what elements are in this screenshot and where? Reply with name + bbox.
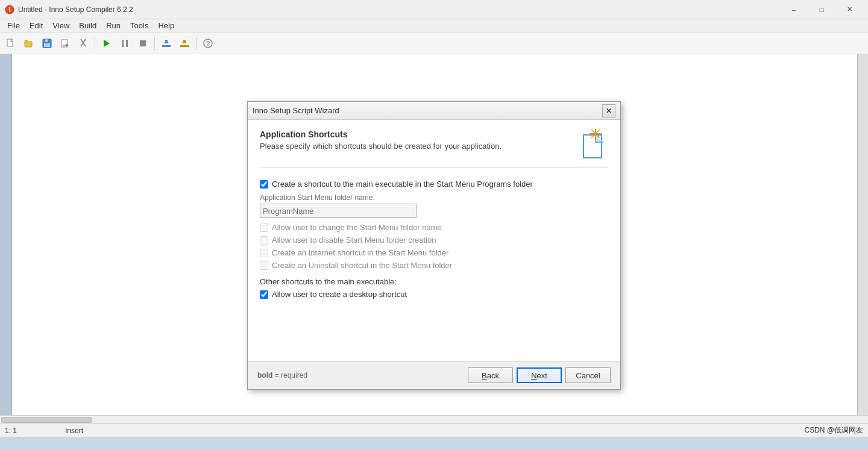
window-title: Untitled - Inno Setup Compiler 6.2.2: [18, 5, 780, 14]
internet-shortcut-row: Create an Internet shortcut in the Start…: [260, 248, 608, 257]
stop-button[interactable]: [134, 35, 151, 52]
dialog-header-icon: [578, 130, 608, 160]
right-sidebar: [857, 54, 868, 437]
menu-help[interactable]: Help: [153, 20, 179, 31]
dialog-header-text: Application Shortcuts Please specify whi…: [260, 130, 578, 151]
toolbar-sep-1: [95, 37, 95, 50]
title-bar: I Untitled - Inno Setup Compiler 6.2.2 –…: [0, 0, 868, 19]
change-name-checkbox[interactable]: [260, 223, 268, 232]
new-button[interactable]: [2, 35, 19, 52]
cancel-button[interactable]: Cancel: [565, 367, 611, 383]
svg-rect-14: [122, 40, 124, 47]
main-area: Inno Setup Script Wizard ✕ Application S…: [0, 54, 868, 437]
app-icon: I: [5, 5, 14, 14]
uninstall-shortcut-checkbox[interactable]: [260, 261, 268, 270]
export-button[interactable]: [57, 35, 74, 52]
desktop-shortcut-row: Allow user to create a desktop shortcut: [260, 290, 608, 299]
scrollbar-thumb[interactable]: [1, 417, 92, 423]
footer-hint-bold: bold: [257, 371, 272, 380]
save-button[interactable]: [39, 35, 55, 52]
menu-file[interactable]: File: [2, 20, 25, 31]
next-button[interactable]: Next: [517, 367, 562, 383]
change-name-label: Allow user to change the Start Menu fold…: [272, 223, 442, 232]
toolbar-sep-3: [196, 37, 197, 50]
wizard-dialog: Inno Setup Script Wizard ✕ Application S…: [247, 101, 621, 390]
dialog-content: Application Shortcuts Please specify whi…: [248, 120, 620, 361]
svg-rect-6: [45, 39, 48, 42]
dialog-title-bar: Inno Setup Script Wizard ✕: [248, 102, 620, 120]
dialog-header-subtitle: Please specify which shortcuts should be…: [260, 142, 578, 151]
dialog-close-button[interactable]: ✕: [602, 104, 615, 117]
desktop-shortcut-checkbox[interactable]: [260, 290, 268, 299]
svg-rect-15: [126, 40, 128, 47]
svg-point-30: [594, 133, 597, 135]
disable-creation-row: Allow user to disable Start Menu folder …: [260, 236, 608, 245]
footer-buttons: Back Next Cancel: [468, 367, 611, 383]
dialog-title: Inno Setup Script Wizard: [253, 106, 602, 115]
footer-hint-rest: = required: [272, 371, 307, 380]
menu-view[interactable]: View: [48, 20, 74, 31]
main-shortcut-row: Create a shortcut to the main executable…: [260, 180, 608, 189]
input-label: Application Start Menu folder name:: [260, 193, 608, 202]
footer-hint: bold = required: [257, 371, 468, 380]
back-button[interactable]: Back: [468, 367, 513, 383]
next-label: ext: [537, 371, 547, 380]
dialog-footer: bold = required Back Next Cancel: [248, 361, 620, 389]
menu-build[interactable]: Build: [74, 20, 101, 31]
internet-shortcut-checkbox[interactable]: [260, 249, 268, 257]
file-star-icon: [579, 129, 608, 160]
svg-marker-13: [104, 40, 110, 47]
status-bar: 1: 1 Insert CSDN @低调网友: [0, 423, 868, 437]
svg-text:I: I: [9, 7, 11, 13]
svg-rect-20: [180, 45, 189, 47]
change-name-row: Allow user to change the Start Menu fold…: [260, 223, 608, 232]
main-shortcut-checkbox[interactable]: [260, 180, 268, 189]
download2-button[interactable]: [176, 35, 193, 52]
svg-rect-19: [165, 40, 168, 43]
svg-rect-7: [44, 43, 50, 47]
svg-text:?: ?: [206, 40, 210, 47]
disable-creation-label: Allow user to disable Start Menu folder …: [272, 236, 436, 245]
back-label: ack: [487, 371, 499, 380]
program-name-input[interactable]: [260, 204, 417, 218]
horizontal-scrollbar[interactable]: [0, 415, 868, 423]
menu-run[interactable]: Run: [101, 20, 125, 31]
menu-edit[interactable]: Edit: [25, 20, 48, 31]
menu-tools[interactable]: Tools: [125, 20, 153, 31]
svg-rect-16: [140, 40, 146, 46]
window-controls: – □ ✕: [780, 0, 863, 19]
help-button[interactable]: ?: [200, 35, 216, 52]
download1-button[interactable]: [158, 35, 175, 52]
main-shortcut-label: Create a shortcut to the main executable…: [272, 180, 533, 189]
menu-bar: File Edit View Build Run Tools Help: [0, 19, 868, 33]
uninstall-shortcut-label: Create an Uninstall shortcut in the Star…: [272, 261, 452, 270]
svg-rect-4: [25, 40, 28, 42]
toolbar: ?: [0, 33, 868, 54]
cut-button[interactable]: [75, 35, 92, 52]
toolbar-sep-2: [154, 37, 155, 50]
dialog-header: Application Shortcuts Please specify whi…: [260, 130, 608, 167]
cursor-position: 1: 1: [5, 427, 17, 435]
minimize-button[interactable]: –: [780, 0, 808, 19]
pause-button[interactable]: [116, 35, 133, 52]
uninstall-shortcut-row: Create an Uninstall shortcut in the Star…: [260, 261, 608, 270]
dialog-header-title: Application Shortcuts: [260, 130, 578, 139]
svg-rect-22: [183, 40, 186, 43]
disable-creation-checkbox[interactable]: [260, 236, 268, 245]
other-shortcuts-label: Other shortcuts to the main executable:: [260, 277, 608, 286]
svg-rect-17: [162, 45, 171, 47]
internet-shortcut-label: Create an Internet shortcut in the Start…: [272, 248, 448, 257]
left-gutter: [0, 54, 12, 437]
open-button[interactable]: [20, 35, 37, 52]
maximize-button[interactable]: □: [808, 0, 835, 19]
editor-mode: Insert: [65, 427, 83, 435]
run-button[interactable]: [98, 35, 115, 52]
desktop-shortcut-label: Allow user to create a desktop shortcut: [272, 290, 407, 299]
close-button[interactable]: ✕: [835, 0, 863, 19]
status-bar-right: CSDN @低调网友: [804, 425, 863, 436]
